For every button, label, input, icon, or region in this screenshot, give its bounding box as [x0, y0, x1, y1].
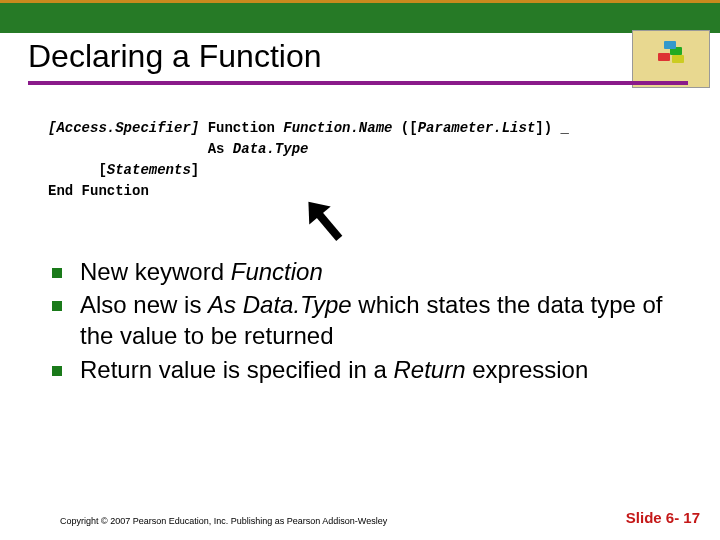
code-statements: Statements [107, 162, 191, 178]
list-item: New keyword Function [52, 256, 680, 287]
list-item: Also new is As Data.Type which states th… [52, 289, 680, 351]
code-parameter-list: Parameter.List [418, 120, 536, 136]
code-access-specifier: [Access.Specifier] [48, 120, 199, 136]
bullet-icon [52, 301, 62, 311]
code-function-name: Function.Name [283, 120, 392, 136]
title-area: Declaring a Function [28, 38, 700, 85]
bullet-text: Also new is As Data.Type which states th… [80, 289, 680, 351]
slide-number: Slide 6- 17 [626, 509, 700, 526]
bullet-list: New keyword Function Also new is As Data… [52, 256, 680, 387]
code-data-type: Data.Type [233, 141, 309, 157]
bullet-text: Return value is specified in a Return ex… [80, 354, 588, 385]
code-end-function: End Function [48, 183, 149, 199]
bullet-icon [52, 366, 62, 376]
title-underline [28, 81, 688, 85]
list-item: Return value is specified in a Return ex… [52, 354, 680, 385]
slide-title: Declaring a Function [28, 38, 700, 75]
copyright-text: Copyright © 2007 Pearson Education, Inc.… [60, 516, 387, 526]
bullet-text: New keyword Function [80, 256, 323, 287]
top-stripe [0, 0, 720, 33]
bullet-icon [52, 268, 62, 278]
code-syntax-block: [Access.Specifier] Function Function.Nam… [48, 118, 680, 202]
footer: Copyright © 2007 Pearson Education, Inc.… [60, 509, 700, 526]
